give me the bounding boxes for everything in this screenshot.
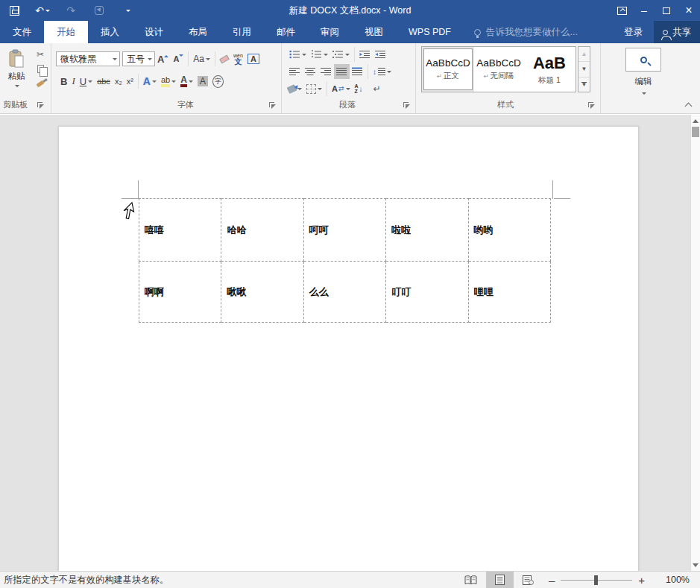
find-button[interactable] (625, 48, 661, 72)
character-border-button[interactable]: A (245, 51, 262, 66)
zoom-slider-thumb[interactable] (594, 575, 598, 585)
change-case-button[interactable]: Aa (191, 51, 212, 66)
sort-button[interactable]: AZ ↓ (353, 81, 365, 96)
tab-mailings[interactable]: 邮件 (264, 21, 308, 43)
minimize-button[interactable]: – (633, 0, 655, 21)
tab-design[interactable]: 设计 (132, 21, 176, 43)
character-shading-button[interactable]: A (195, 74, 210, 89)
undo-dropdown-caret[interactable] (45, 10, 50, 14)
tab-insert[interactable]: 插入 (88, 21, 132, 43)
asian-layout-button[interactable]: A⇄ (329, 81, 353, 96)
styles-scroll-down-button[interactable]: ▼ (578, 62, 590, 77)
table-cell[interactable]: 么么 (303, 262, 385, 323)
zoom-slider[interactable] (561, 580, 632, 581)
align-center-button[interactable] (303, 64, 318, 79)
clear-formatting-button[interactable] (218, 51, 231, 66)
document-table[interactable]: 嘻嘻 哈哈 呵呵 啦啦 哟哟 啊啊 啾啾 么么 叮叮 哩哩 (139, 198, 551, 323)
table-cell[interactable]: 哈哈 (221, 199, 303, 262)
clipboard-dialog-launcher[interactable] (37, 102, 45, 110)
grow-font-button[interactable]: A (155, 51, 171, 66)
bold-button[interactable]: B (58, 74, 69, 89)
customize-qat-button[interactable] (113, 0, 142, 21)
vertical-scrollbar[interactable] (690, 115, 700, 571)
style-heading-1[interactable]: AaB 标题 1 (525, 48, 574, 90)
multilevel-list-button[interactable] (330, 47, 352, 62)
tab-home[interactable]: 开始 (44, 21, 88, 43)
font-color-button[interactable]: A (178, 74, 195, 89)
close-button[interactable]: × (678, 0, 700, 21)
increase-indent-button[interactable] (373, 47, 388, 62)
format-painter-button[interactable] (33, 78, 48, 90)
table-cell[interactable]: 啾啾 (221, 262, 303, 323)
highlight-color-button[interactable]: ab (159, 74, 178, 89)
web-layout-button[interactable] (514, 572, 543, 588)
print-layout-button[interactable] (486, 572, 514, 588)
zoom-percentage[interactable]: 100% (651, 575, 690, 585)
style-normal[interactable]: AaBbCcD ↵正文 (423, 48, 473, 90)
scrollbar-thumb[interactable] (692, 127, 699, 137)
tell-me-box[interactable]: 告诉我您想要做什么... (474, 21, 578, 43)
scroll-down-button[interactable] (691, 560, 700, 570)
font-dialog-launcher[interactable] (269, 102, 277, 110)
font-size-combobox[interactable]: 五号 (122, 51, 155, 66)
zoom-in-button[interactable]: + (632, 574, 651, 587)
show-hide-marks-button[interactable]: ↵ (371, 81, 383, 96)
undo-button[interactable]: ↶ (28, 0, 57, 21)
subscript-button[interactable]: x₂ (113, 74, 124, 89)
tab-references[interactable]: 引用 (220, 21, 264, 43)
tab-view[interactable]: 视图 (352, 21, 396, 43)
align-right-button[interactable] (318, 64, 334, 79)
phonetic-guide-button[interactable]: wén 文 (231, 51, 245, 66)
paste-dropdown-caret[interactable] (15, 85, 19, 89)
redo-button[interactable]: ↷ (57, 0, 85, 21)
superscript-button[interactable]: x² (124, 74, 136, 89)
scroll-up-button[interactable] (691, 116, 700, 126)
font-name-combobox[interactable]: 微软雅黑 (56, 51, 120, 66)
copy-button[interactable] (33, 63, 48, 75)
text-effects-button[interactable]: A (141, 74, 159, 89)
document-page[interactable]: 嘻嘻 哈哈 呵呵 啦啦 哟哟 啊啊 啾啾 么么 叮叮 哩哩 (58, 126, 639, 571)
line-spacing-button[interactable]: ↕ (371, 64, 394, 79)
editing-dropdown-caret[interactable] (642, 92, 646, 97)
maximize-button[interactable] (655, 0, 678, 21)
underline-button[interactable]: U (78, 74, 95, 89)
sign-in-button[interactable]: 登录 (613, 21, 654, 43)
tab-wps-pdf[interactable]: WPS PDF (396, 21, 464, 43)
table-cell[interactable]: 啦啦 (386, 199, 468, 262)
share-button[interactable]: 共享 (654, 21, 700, 43)
numbering-button[interactable] (309, 47, 330, 62)
shading-button[interactable] (286, 81, 304, 96)
touch-mode-button[interactable] (85, 0, 113, 21)
bullets-button[interactable] (287, 47, 309, 62)
tab-layout[interactable]: 布局 (176, 21, 220, 43)
paste-button[interactable]: 粘贴 (2, 46, 31, 95)
collapse-ribbon-button[interactable] (682, 101, 694, 110)
justify-button[interactable] (334, 64, 350, 79)
table-cell[interactable]: 哩哩 (468, 262, 550, 323)
table-cell[interactable]: 哟哟 (468, 199, 550, 262)
table-cell[interactable]: 啊啊 (139, 262, 221, 323)
zoom-out-button[interactable]: – (543, 574, 561, 587)
italic-button[interactable]: I (69, 74, 77, 89)
distribute-text-button[interactable] (350, 64, 365, 79)
enclose-characters-button[interactable]: 字 (210, 74, 226, 89)
strikethrough-button[interactable]: abc (95, 74, 113, 89)
tab-review[interactable]: 审阅 (308, 21, 352, 43)
read-mode-button[interactable] (455, 572, 486, 588)
cut-button[interactable]: ✂ (33, 48, 48, 60)
styles-dialog-launcher[interactable] (588, 102, 596, 110)
table-cell[interactable]: 嘻嘻 (139, 199, 221, 262)
paragraph-dialog-launcher[interactable] (403, 102, 411, 110)
table-cell[interactable]: 呵呵 (303, 199, 385, 262)
styles-scroll-up-button[interactable]: ▲ (578, 47, 590, 62)
styles-more-button[interactable]: ▼ (578, 78, 590, 92)
table-cell[interactable]: 叮叮 (386, 262, 468, 323)
document-area[interactable]: 嘻嘻 哈哈 呵呵 啦啦 哟哟 啊啊 啾啾 么么 叮叮 哩哩 (0, 115, 690, 571)
borders-button[interactable] (304, 81, 324, 96)
tab-file[interactable]: 文件 (0, 21, 44, 43)
shrink-font-button[interactable]: A (171, 51, 186, 66)
save-button[interactable] (0, 0, 28, 21)
decrease-indent-button[interactable] (357, 47, 373, 62)
ribbon-display-options-button[interactable] (611, 0, 633, 21)
style-no-spacing[interactable]: AaBbCcD ↵无间隔 (474, 48, 523, 90)
